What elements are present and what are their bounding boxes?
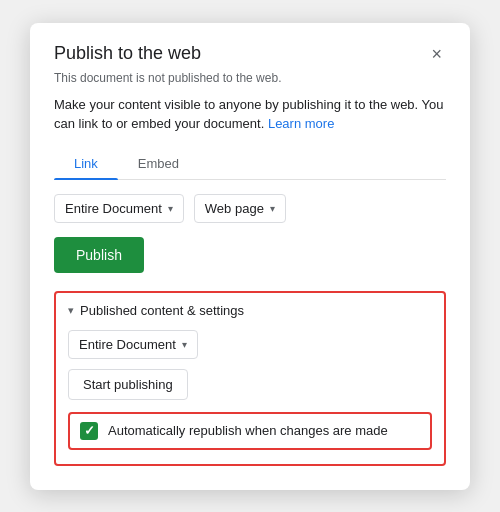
dropdowns-row: Entire Document ▾ Web page ▾ <box>54 194 446 223</box>
description-text: Make your content visible to anyone by p… <box>54 95 446 134</box>
settings-dropdown-arrow-icon: ▾ <box>182 339 187 350</box>
settings-document-dropdown[interactable]: Entire Document ▾ <box>68 330 198 359</box>
dropdown-arrow-icon: ▾ <box>168 203 173 214</box>
section-header[interactable]: ▾ Published content & settings <box>68 303 432 318</box>
settings-section: ▾ Published content & settings Entire Do… <box>54 291 446 466</box>
section-arrow-icon: ▾ <box>68 304 74 317</box>
auto-republish-checkbox[interactable]: ✓ <box>80 422 98 440</box>
tabs-container: Link Embed <box>54 148 446 180</box>
format-dropdown[interactable]: Web page ▾ <box>194 194 286 223</box>
learn-more-link[interactable]: Learn more <box>268 116 334 131</box>
section-title: Published content & settings <box>80 303 244 318</box>
dialog-title: Publish to the web <box>54 43 201 64</box>
dialog-header: Publish to the web × <box>54 43 446 65</box>
document-dropdown[interactable]: Entire Document ▾ <box>54 194 184 223</box>
checkmark-icon: ✓ <box>84 424 95 437</box>
tab-embed[interactable]: Embed <box>118 148 199 179</box>
publish-dialog: Publish to the web × This document is no… <box>30 23 470 490</box>
settings-dropdown-row: Entire Document ▾ <box>68 330 432 359</box>
publish-button[interactable]: Publish <box>54 237 144 273</box>
dropdown-arrow-icon-2: ▾ <box>270 203 275 214</box>
close-button[interactable]: × <box>427 43 446 65</box>
auto-republish-label: Automatically republish when changes are… <box>108 423 388 438</box>
start-publishing-button[interactable]: Start publishing <box>68 369 188 400</box>
tab-link[interactable]: Link <box>54 148 118 179</box>
auto-republish-row: ✓ Automatically republish when changes a… <box>68 412 432 450</box>
status-text: This document is not published to the we… <box>54 71 446 85</box>
